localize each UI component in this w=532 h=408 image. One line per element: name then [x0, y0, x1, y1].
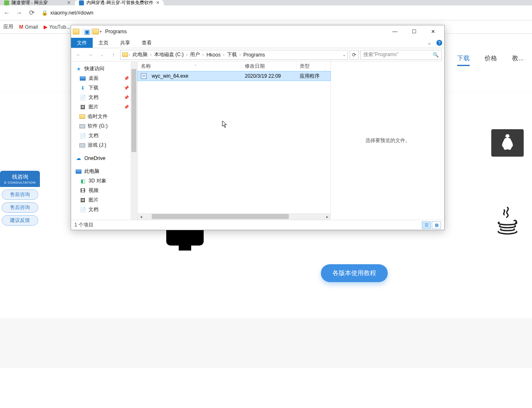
ribbon-collapse-icon[interactable]: ⌄ [424, 38, 434, 48]
nav-drive-j[interactable]: 游戏 (J:) [71, 140, 137, 150]
file-row[interactable]: wyc_win_64.exe 2020/3/19 22:09 应用程序 [138, 71, 330, 81]
nav-documents-2[interactable]: 📄文档 [71, 131, 137, 140]
maximize-button[interactable]: ☐ [404, 25, 424, 38]
picture-icon: 🖼 [79, 197, 86, 203]
nav-back-icon[interactable]: ← [74, 52, 84, 58]
qat-dropdown-icon[interactable]: ▾ [100, 29, 102, 34]
close-icon[interactable]: ✕ [156, 0, 160, 5]
column-headers[interactable]: 名称˄ 修改日期 类型 [138, 61, 330, 71]
reload-icon[interactable]: ⟳ [27, 9, 36, 17]
aftersale-button[interactable]: 售后咨询 [2, 202, 38, 213]
drive-icon [79, 124, 85, 128]
consult-panel: 线咨询 E CONSULTATION 售前咨询 售后咨询 建议反馈 [0, 171, 40, 228]
scrollbar[interactable]: ◂▸ [138, 213, 330, 220]
nav-row: ← → ⌄ ↑ › 此电脑› 本地磁盘 (C:)› 用户› Hkoos› 下载›… [71, 48, 444, 61]
forward-icon[interactable]: → [15, 9, 23, 17]
svg-point-0 [505, 137, 507, 138]
document-icon: 📄 [79, 207, 86, 213]
nav-documents[interactable]: 📄文档📌 [71, 93, 137, 102]
preview-pane: 选择要预览的文件。 [331, 61, 444, 220]
document-icon: 📄 [79, 133, 86, 139]
close-button[interactable]: ✕ [424, 25, 443, 38]
consult-header: 线咨询 E CONSULTATION [0, 171, 40, 187]
refresh-icon[interactable]: ⟳ [350, 50, 359, 60]
titlebar[interactable]: ▣ ▾ Programs — ☐ ✕ [71, 25, 444, 38]
linux-icon[interactable] [491, 129, 524, 157]
qat-properties-icon[interactable]: ▣ [84, 28, 90, 36]
presale-button[interactable]: 售前咨询 [2, 189, 38, 200]
ribbon-file[interactable]: 文件 [71, 38, 93, 48]
file-explorer-window: ▣ ▾ Programs — ☐ ✕ 文件 主页 共享 查看 ⌄ ? ← → ⌄… [71, 25, 445, 230]
lock-icon: 🔒 [42, 10, 48, 16]
back-icon[interactable]: ← [2, 9, 11, 17]
java-icon[interactable] [491, 206, 524, 234]
star-icon: ★ [75, 66, 82, 72]
browser-addressbar: ← → ⟳ 🔒 xiaomy.net/#down [0, 5, 532, 20]
browser-tabbar: 隧道管理 - 网云穿 ✕ 内网穿透-网云穿-可替换免费软件 ✕ [0, 0, 532, 5]
status-bar: 1 个项目 ☰ ▦ [71, 220, 444, 230]
help-icon[interactable]: ? [434, 38, 444, 48]
close-icon[interactable]: ✕ [67, 0, 71, 5]
nav-pictures[interactable]: 🖼图片📌 [71, 102, 137, 112]
nav-desktop[interactable]: 桌面📌 [71, 74, 137, 83]
folder-icon [122, 52, 128, 57]
browser-tab[interactable]: 内网穿透-网云穿-可替换免费软件 ✕ [75, 0, 164, 5]
pin-icon: 📌 [124, 86, 129, 90]
address-field[interactable]: 🔒 xiaomy.net/#down [42, 10, 94, 16]
ribbon-share[interactable]: 共享 [114, 38, 136, 48]
pin-icon: 📌 [124, 95, 129, 100]
video-icon: 🎞 [79, 188, 86, 194]
ribbon-view[interactable]: 查看 [136, 38, 158, 48]
document-icon: 📄 [79, 95, 86, 101]
scrollbar[interactable] [131, 61, 137, 220]
browser-tab[interactable]: 隧道管理 - 网云穿 ✕ [0, 0, 75, 5]
nav-temp[interactable]: 临时文件 [71, 112, 137, 121]
cloud-icon: ☁ [75, 155, 82, 161]
cube-icon: ◧ [79, 178, 86, 184]
folder-icon [79, 114, 85, 119]
details-view-icon[interactable]: ☰ [422, 221, 431, 229]
nav-documents-3[interactable]: 📄文档 [71, 205, 137, 214]
nav-recent-icon[interactable]: ⌄ [97, 52, 107, 57]
drive-icon [79, 143, 85, 147]
pin-icon: 📌 [124, 105, 129, 109]
nav-download[interactable]: 下载 [457, 54, 470, 66]
breadcrumb[interactable]: › 此电脑› 本地磁盘 (C:)› 用户› Hkoos› 下载› Program… [120, 50, 348, 60]
sort-icon: ˄ [195, 64, 197, 69]
nav-videos[interactable]: 🎞视频 [71, 186, 137, 195]
folder-icon [73, 29, 79, 34]
svg-point-1 [509, 137, 510, 138]
item-count: 1 个项目 [74, 221, 94, 229]
ribbon: 文件 主页 共享 查看 ⌄ ? [71, 38, 444, 48]
search-input[interactable]: 搜索"Programs" 🔍 [360, 50, 442, 60]
site-nav: 下载 价格 教... [457, 54, 524, 66]
nav-this-pc[interactable]: 此电脑 [71, 167, 137, 176]
download-icon: ⬇ [79, 85, 86, 91]
thumbnails-view-icon[interactable]: ▦ [432, 221, 441, 229]
nav-onedrive[interactable]: ☁OneDrive [71, 154, 137, 162]
nav-3d[interactable]: ◧3D 对象 [71, 176, 137, 186]
tutorial-button[interactable]: 各版本使用教程 [321, 264, 388, 282]
nav-drive-g[interactable]: 软件 (G:) [71, 121, 137, 131]
nav-pictures-2[interactable]: 🖼图片 [71, 195, 137, 205]
nav-pane[interactable]: ★快速访问 桌面📌 ⬇下载📌 📄文档📌 🖼图片📌 临时文件 软件 (G:) 📄文… [71, 61, 138, 220]
exe-icon [141, 73, 147, 79]
apps-shortcut[interactable]: 应用 [3, 23, 13, 30]
qat-open-icon[interactable] [92, 29, 99, 34]
pin-icon: 📌 [124, 76, 129, 81]
minimize-button[interactable]: — [385, 25, 404, 38]
bookmark-gmail[interactable]: MGmail [19, 24, 38, 30]
chevron-down-icon[interactable]: ⌄ [342, 52, 346, 57]
picture-icon: 🖼 [79, 104, 86, 110]
nav-forward-icon[interactable]: → [85, 52, 95, 58]
search-icon: 🔍 [433, 52, 439, 58]
bookmark-youtube[interactable]: ▶YouTub... [44, 24, 70, 30]
feedback-button[interactable]: 建议反馈 [2, 215, 38, 226]
nav-price[interactable]: 价格 [485, 54, 497, 66]
nav-up-icon[interactable]: ↑ [108, 52, 118, 58]
ribbon-home[interactable]: 主页 [93, 38, 114, 48]
file-list[interactable]: 名称˄ 修改日期 类型 wyc_win_64.exe 2020/3/19 22:… [138, 61, 331, 220]
window-title: Programs [105, 29, 127, 34]
nav-downloads[interactable]: ⬇下载📌 [71, 83, 137, 93]
nav-tutorial[interactable]: 教... [512, 54, 524, 66]
